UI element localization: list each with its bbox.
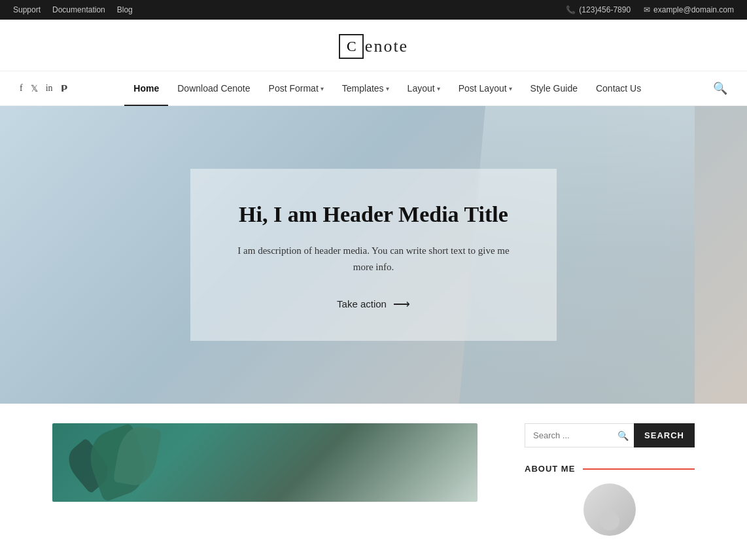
search-input-wrap: 🔍 (525, 423, 634, 447)
email-address: example@domain.com (653, 5, 734, 14)
avatar-head (600, 511, 619, 531)
main-content (52, 423, 498, 536)
logo-letter: C (339, 34, 364, 59)
search-button[interactable]: SEARCH (634, 423, 695, 447)
chevron-down-icon: ▾ (437, 85, 440, 92)
logo-area: C enote (0, 20, 747, 71)
hero-overlay: Hi, I am Header Media Title I am descrip… (0, 106, 747, 404)
nav-item-post-layout[interactable]: Post Layout ▾ (449, 71, 521, 105)
avatar (583, 483, 636, 536)
phone-icon: 📞 (566, 5, 576, 14)
email-info: ✉ example@domain.com (644, 5, 734, 14)
pinterest-icon[interactable]: 𝗣 (61, 83, 67, 94)
search-icon[interactable]: 🔍 (713, 81, 727, 96)
main-navigation: f 𝕏 in 𝗣 Home Download Cenote Post Forma… (0, 71, 747, 106)
top-bar: Support Documentation Blog 📞 (123)456-78… (0, 0, 747, 20)
hero-description: I am description of header media. You ca… (230, 243, 517, 276)
search-icon: 🔍 (617, 430, 629, 441)
top-bar-contact: 📞 (123)456-7890 ✉ example@domain.com (566, 5, 734, 14)
blog-link[interactable]: Blog (117, 5, 133, 14)
nav-item-home[interactable]: Home (124, 71, 168, 105)
avatar-area (525, 483, 695, 536)
email-icon: ✉ (644, 5, 650, 14)
search-widget: 🔍 SEARCH (525, 423, 695, 447)
hero-section: Hi, I am Header Media Title I am descrip… (0, 106, 747, 404)
nav-item-templates[interactable]: Templates ▾ (333, 71, 398, 105)
about-me-divider (583, 468, 695, 470)
about-me-header: ABOUT ME (525, 464, 695, 474)
hero-card: Hi, I am Header Media Title I am descrip… (190, 169, 557, 341)
support-link[interactable]: Support (13, 5, 41, 14)
content-section: 🔍 SEARCH ABOUT ME (0, 404, 747, 555)
about-me-section: ABOUT ME (525, 464, 695, 536)
about-me-title: ABOUT ME (525, 464, 575, 474)
chevron-down-icon: ▾ (386, 85, 389, 92)
logo-name: enote (365, 37, 408, 56)
hero-title: Hi, I am Header Media Title (230, 201, 517, 228)
nav-item-layout[interactable]: Layout ▾ (398, 71, 449, 105)
nav-item-contact-us[interactable]: Contact Us (587, 71, 650, 105)
top-bar-links: Support Documentation Blog (13, 5, 133, 14)
nav-menu: Home Download Cenote Post Format ▾ Templ… (67, 71, 708, 105)
sidebar: 🔍 SEARCH ABOUT ME (525, 423, 695, 536)
hero-cta-button[interactable]: Take action ⟶ (230, 297, 517, 311)
arrow-icon: ⟶ (393, 297, 410, 311)
nav-item-post-format[interactable]: Post Format ▾ (260, 71, 333, 105)
linkedin-icon[interactable]: in (46, 83, 53, 94)
hero-cta-label: Take action (337, 298, 387, 309)
phone-number: (123)456-7890 (579, 5, 631, 14)
phone-info: 📞 (123)456-7890 (566, 5, 631, 14)
chevron-down-icon: ▾ (321, 85, 324, 92)
facebook-icon[interactable]: f (20, 83, 23, 94)
documentation-link[interactable]: Documentation (52, 5, 105, 14)
logo[interactable]: C enote (339, 34, 408, 59)
post-thumbnail (52, 423, 478, 502)
nav-item-style-guide[interactable]: Style Guide (521, 71, 587, 105)
twitter-icon[interactable]: 𝕏 (31, 83, 38, 94)
social-icons: f 𝕏 in 𝗣 (20, 83, 67, 94)
nav-item-download[interactable]: Download Cenote (168, 71, 259, 105)
chevron-down-icon: ▾ (509, 85, 512, 92)
